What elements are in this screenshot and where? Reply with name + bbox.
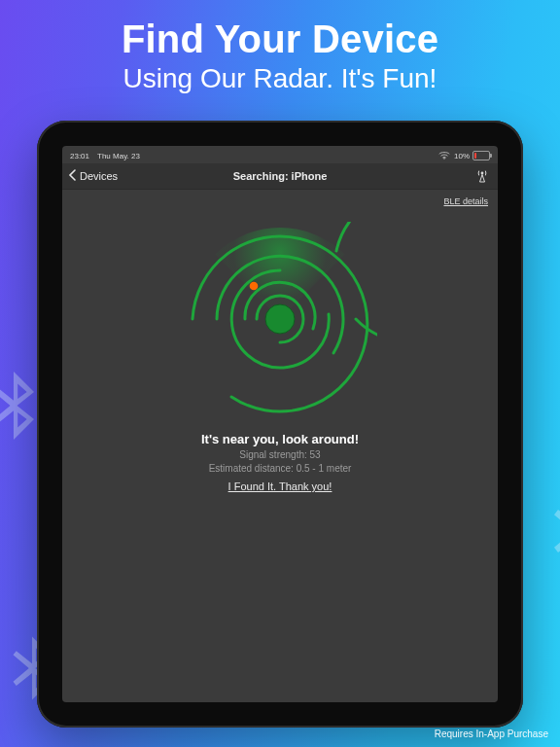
chevron-left-icon [68,169,78,183]
battery-indicator: 10% [454,151,490,160]
hero-copy: Find Your Device Using Our Radar. It's F… [0,18,560,94]
radar-display [183,222,377,416]
tablet-frame: 23:01 Thu May. 23 10% [37,121,523,728]
found-it-button[interactable]: I Found It. Thank you! [228,480,332,492]
status-time: 23:01 [70,152,89,160]
status-bar: 23:01 Thu May. 23 10% [62,146,498,163]
back-button[interactable]: Devices [68,163,118,189]
status-date: Thu May. 23 [97,152,140,160]
back-label: Devices [80,170,118,182]
signal-strength: Signal strength: 53 [62,449,498,460]
wifi-icon [438,151,450,161]
app-screen: 23:01 Thu May. 23 10% [62,146,498,702]
near-text: It's near you, look around! [62,432,498,446]
battery-pct: 10% [454,152,470,160]
estimated-distance: Estimated distance: 0.5 - 1 meter [62,463,498,474]
page-title: Searching: iPhone [233,170,328,182]
proximity-info: It's near you, look around! Signal stren… [62,432,498,494]
svg-point-2 [265,304,295,334]
iap-disclaimer: Requires In-App Purchase [435,729,548,739]
ble-details-link[interactable]: BLE details [443,196,488,206]
svg-point-3 [250,282,259,291]
hero-title: Find Your Device [0,18,560,61]
promo-background: Find Your Device Using Our Radar. It's F… [0,0,560,747]
hero-subtitle: Using Our Radar. It's Fun! [0,63,560,94]
bluetooth-icon [531,484,560,578]
nav-bar: Devices Searching: iPhone [62,163,498,190]
radar-tower-icon[interactable] [474,168,490,184]
